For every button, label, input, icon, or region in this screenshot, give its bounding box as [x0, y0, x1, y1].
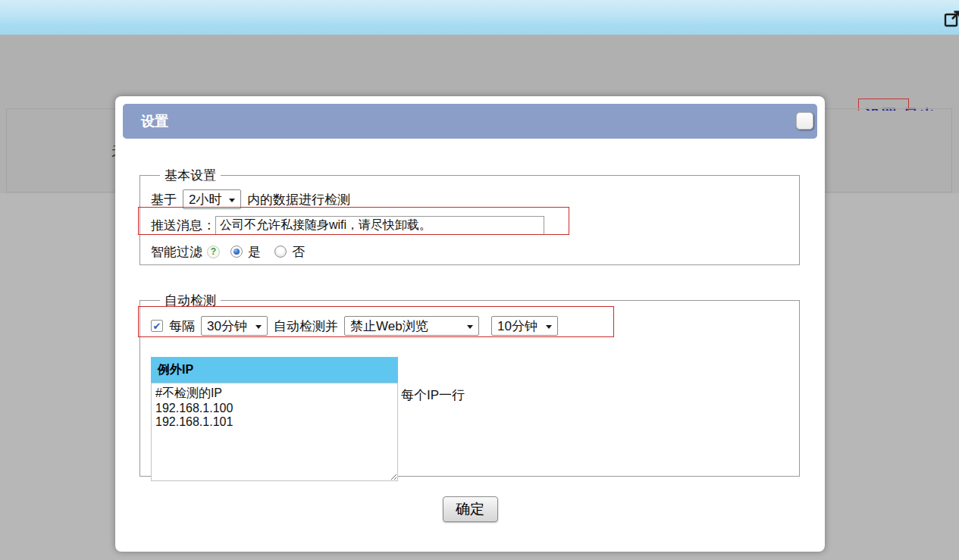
push-message-row: 推送消息： [151, 211, 799, 239]
smart-filter-no-label: 否 [292, 243, 305, 261]
exception-ip-header: 例外IP [151, 357, 398, 383]
action-select[interactable]: 禁止Web浏览 [344, 316, 479, 336]
auto-detect-legend: 自动检测 [160, 292, 221, 309]
dialog-footer: 确定 [115, 496, 825, 522]
help-icon[interactable]: ? [207, 246, 220, 258]
smart-filter-row: 智能过滤 ? 是 否 [151, 239, 799, 264]
top-bar [0, 0, 959, 35]
auto-detect-and-label: 自动检测并 [274, 318, 338, 335]
interval-select-value: 30分钟 [207, 318, 247, 335]
close-icon[interactable] [796, 112, 813, 130]
auto-detect-row: ✔ 每隔 30分钟 自动检测并 禁止Web浏览 10分钟 [151, 312, 799, 339]
action-select-value: 禁止Web浏览 [350, 318, 428, 335]
based-on-suffix-label: 内的数据进行检测 [247, 191, 350, 208]
every-label: 每隔 [169, 318, 195, 335]
basic-settings-fieldset: 基本设置 基于 2小时 内的数据进行检测 推送消息： 智能过滤 ? 是 否 [139, 167, 800, 265]
exception-ip-textarea[interactable]: #不检测的IP 192.168.1.100 192.168.1.101 [151, 383, 398, 481]
smart-filter-yes-radio[interactable] [230, 246, 243, 258]
push-message-input[interactable] [215, 216, 544, 235]
period-select[interactable]: 2小时 [183, 189, 241, 209]
push-message-label: 推送消息： [151, 217, 215, 234]
open-in-new-window-icon[interactable] [944, 10, 959, 28]
auto-detect-checkbox[interactable]: ✔ [151, 320, 163, 332]
duration-select[interactable]: 10分钟 [491, 316, 558, 336]
smart-filter-no-radio[interactable] [274, 246, 287, 258]
ok-button[interactable]: 确定 [443, 496, 498, 522]
dialog-title: 设置 [141, 114, 168, 129]
smart-filter-label: 智能过滤 [151, 243, 202, 261]
period-select-value: 2小时 [189, 191, 221, 208]
auto-detect-fieldset: 自动检测 ✔ 每隔 30分钟 自动检测并 禁止Web浏览 10分钟 例外IP #… [139, 292, 800, 477]
per-line-hint: 每个IP一行 [401, 383, 465, 404]
smart-filter-yes-label: 是 [248, 243, 261, 261]
interval-select[interactable]: 30分钟 [201, 316, 268, 336]
dialog-titlebar[interactable]: 设置 [123, 104, 817, 139]
duration-select-value: 10分钟 [497, 318, 537, 335]
settings-dialog: 设置 基本设置 基于 2小时 内的数据进行检测 推送消息： 智能过滤 ? 是 否… [115, 96, 825, 552]
exception-ip-row: #不检测的IP 192.168.1.100 192.168.1.101 每个IP… [151, 383, 799, 481]
detection-period-row: 基于 2小时 内的数据进行检测 [151, 187, 799, 211]
based-on-label: 基于 [151, 191, 177, 208]
basic-settings-legend: 基本设置 [160, 167, 221, 184]
